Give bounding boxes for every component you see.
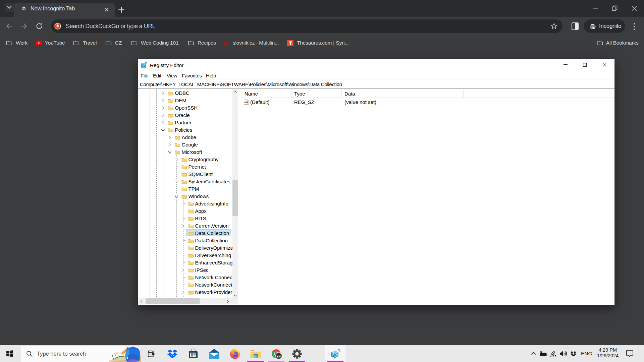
- svg-text:α: α: [223, 40, 227, 46]
- svg-text:↓: ↓: [228, 43, 230, 46]
- svg-text:ab: ab: [244, 100, 248, 104]
